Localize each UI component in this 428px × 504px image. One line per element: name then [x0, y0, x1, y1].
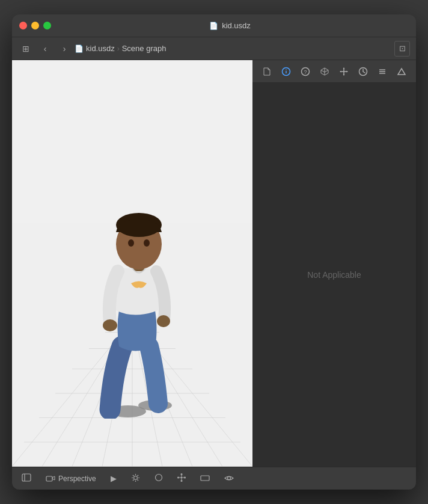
- camera-icon: [46, 474, 55, 484]
- main-window: 📄 kid.usdz ⊞ ‹ › 📄 kid.usdz › Scene grap…: [12, 14, 416, 490]
- minimize-button[interactable]: [31, 22, 39, 29]
- grid-view-button[interactable]: ⊞: [18, 41, 34, 57]
- sidebar-toggle-button[interactable]: [18, 472, 35, 485]
- svg-point-42: [133, 476, 137, 479]
- cube-panel-button[interactable]: [316, 63, 333, 80]
- svg-line-48: [137, 479, 138, 481]
- breadcrumb-file[interactable]: 📄 kid.usdz: [75, 44, 115, 53]
- expand-button[interactable]: ⊡: [394, 41, 410, 57]
- lines-panel-button[interactable]: [374, 63, 391, 80]
- svg-rect-61: [201, 476, 209, 481]
- move-panel-button[interactable]: [335, 63, 352, 80]
- svg-point-52: [180, 477, 182, 479]
- breadcrumb-file-label: kid.usdz: [86, 44, 115, 53]
- rect-icon: [200, 474, 210, 484]
- help-panel-button[interactable]: ?: [297, 63, 314, 80]
- viewport-canvas[interactable]: [12, 60, 252, 467]
- camera-label: Perspective: [58, 475, 96, 483]
- svg-marker-34: [347, 70, 349, 72]
- svg-point-55: [180, 473, 182, 475]
- nodes-button[interactable]: [174, 472, 189, 485]
- right-panel-toolbar: ?: [252, 60, 416, 83]
- rect-button[interactable]: [197, 472, 213, 485]
- svg-point-28: [286, 69, 287, 70]
- window-title: kid.usdz: [222, 21, 251, 30]
- maximize-button[interactable]: [43, 22, 51, 29]
- svg-marker-33: [340, 70, 341, 72]
- file-icon: 📄: [209, 22, 218, 30]
- play-button[interactable]: ▶: [107, 472, 120, 485]
- svg-point-25: [144, 239, 150, 247]
- sidebar-icon: [22, 473, 31, 484]
- svg-line-49: [137, 475, 138, 476]
- svg-point-56: [180, 480, 182, 482]
- circle-button[interactable]: [151, 472, 167, 485]
- clock-panel-button[interactable]: [355, 63, 371, 80]
- play-icon: ▶: [111, 474, 117, 483]
- svg-text:?: ?: [304, 69, 307, 75]
- right-panel: ?: [252, 60, 416, 467]
- chevron-right-icon: ›: [63, 44, 66, 54]
- info-panel-button[interactable]: [278, 63, 295, 80]
- svg-rect-41: [46, 476, 52, 481]
- traffic-lights: [19, 22, 51, 29]
- svg-point-20: [157, 315, 170, 327]
- breadcrumb-section-label: Scene graph: [122, 44, 167, 53]
- svg-line-50: [133, 479, 134, 481]
- triangle-panel-button[interactable]: [393, 63, 410, 80]
- breadcrumb: 📄 kid.usdz › Scene graph: [75, 44, 392, 53]
- not-applicable-label: Not Applicable: [307, 270, 361, 280]
- camera-perspective-button[interactable]: Perspective: [42, 472, 100, 485]
- chevron-left-icon: ‹: [44, 44, 47, 54]
- svg-point-51: [155, 475, 162, 481]
- light-button[interactable]: [127, 472, 144, 486]
- svg-point-24: [128, 239, 134, 247]
- close-button[interactable]: [19, 22, 27, 29]
- breadcrumb-file-icon: 📄: [75, 45, 84, 53]
- nodes-icon: [177, 473, 186, 484]
- bottom-toolbar: Perspective ▶: [12, 467, 416, 490]
- character-figure: [89, 190, 197, 419]
- svg-point-62: [227, 476, 230, 479]
- title-bar: 📄 kid.usdz: [12, 14, 416, 37]
- forward-button[interactable]: ›: [57, 41, 72, 57]
- sun-icon: [131, 473, 140, 484]
- main-toolbar: ⊞ ‹ › 📄 kid.usdz › Scene graph ⊡: [12, 37, 416, 60]
- svg-marker-32: [343, 74, 345, 76]
- circle-icon: [154, 473, 163, 484]
- svg-marker-31: [343, 67, 345, 69]
- title-bar-center: 📄 kid.usdz: [51, 21, 409, 30]
- breadcrumb-separator: ›: [117, 45, 120, 53]
- svg-rect-39: [22, 474, 31, 481]
- svg-point-53: [177, 477, 179, 479]
- breadcrumb-section[interactable]: Scene graph: [122, 44, 167, 53]
- grid-icon: ⊞: [22, 44, 29, 54]
- svg-point-19: [103, 319, 117, 331]
- right-panel-content: Not Applicable: [252, 83, 416, 467]
- viewport-panel[interactable]: [12, 60, 252, 467]
- expand-icon: ⊡: [399, 44, 406, 53]
- svg-point-54: [184, 477, 186, 479]
- toolbar-left: ⊞ ‹ ›: [18, 41, 72, 57]
- svg-line-47: [133, 475, 134, 476]
- main-content: ?: [12, 60, 416, 467]
- back-button[interactable]: ‹: [37, 41, 53, 57]
- document-panel-button[interactable]: [258, 63, 275, 80]
- eye-button[interactable]: [221, 472, 237, 485]
- eye-icon: [224, 474, 234, 484]
